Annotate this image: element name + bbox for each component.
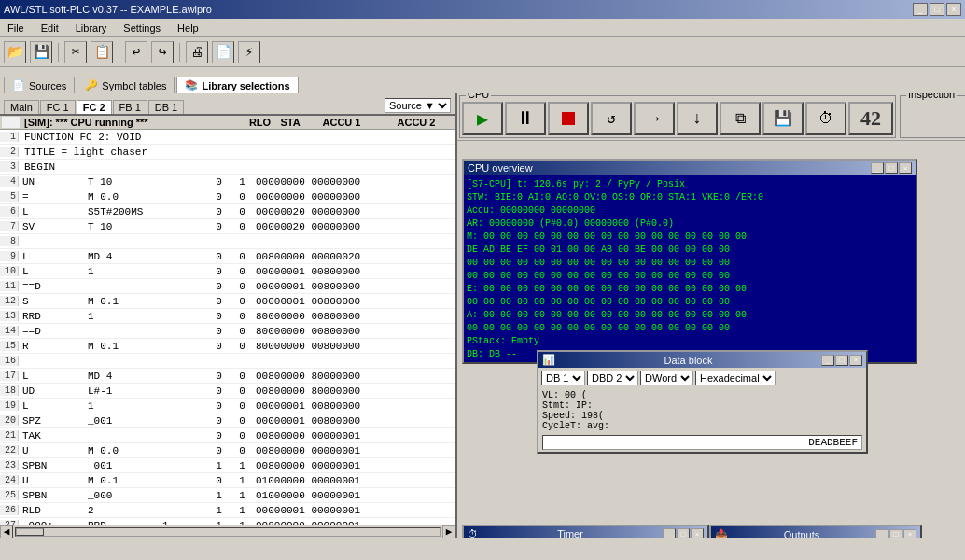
code-body: 1FUNCTION FC 2: VOID2TITLE = light chase… (0, 130, 455, 525)
cpu-win-close[interactable]: × (899, 162, 912, 174)
code-line-content: LS5T#200MS0000000020 00000000 (19, 206, 455, 217)
source-tab-db1[interactable]: DB 1 (148, 100, 184, 114)
cpu-inspection-area: CPU ▶ ⏸ ↺ → ↓ ⧉ 💾 ⏱ 42 Insp (457, 93, 965, 141)
toolbar-new[interactable]: 📄 (212, 41, 234, 63)
table-row[interactable]: 20 SPZ_0010000000001 00800000 (0, 413, 455, 428)
cpu-copy-btn[interactable]: ⧉ (720, 102, 761, 135)
table-row[interactable]: 4 UNT 100100000000 00000000 (0, 175, 455, 189)
code-line-content: UM 0.00000800000 00000001 (19, 445, 455, 456)
line-number: 4 (0, 176, 19, 187)
table-row[interactable]: 17 LMD 40000800000 80000000 (0, 369, 455, 384)
cpu-save-btn[interactable]: 💾 (762, 102, 804, 135)
outputs-win-close[interactable]: × (903, 529, 916, 539)
db-win-maximize[interactable]: □ (835, 355, 848, 366)
table-row[interactable]: 24 UM 0.10101000000 00000001 (0, 473, 455, 488)
db-format-select[interactable]: Hexadecimal (695, 371, 776, 385)
tab-library-selections[interactable]: 📚 Library selections (176, 77, 298, 93)
table-row[interactable]: 22 UM 0.00000800000 00000001 (0, 443, 455, 458)
table-row[interactable]: 16 (0, 354, 455, 369)
table-row[interactable]: 19 L10000000001 00800000 (0, 399, 455, 413)
table-row[interactable]: 18 UDL#-10000800000 80000000 (0, 384, 455, 399)
table-row[interactable]: 13 RRD10080000000 00800000 (0, 309, 455, 324)
table-row[interactable]: 10 L10000000001 00800000 (0, 264, 455, 279)
tab-symbol-tables[interactable]: 🔑 Symbol tables (77, 77, 175, 93)
table-row[interactable]: 8 (0, 234, 455, 249)
cpu-step-in-btn[interactable]: ↓ (677, 102, 718, 135)
cpu-run-btn[interactable]: ▶ (462, 102, 503, 135)
line-number: 11 (0, 281, 19, 291)
cpu-inspect-btn[interactable]: 42 (848, 102, 893, 135)
db-icon: 📊 (542, 354, 555, 366)
source-tab-fc1[interactable]: FC 1 (40, 100, 76, 114)
line-number: 25 (0, 490, 19, 500)
menu-settings[interactable]: Settings (119, 21, 164, 35)
minimize-button[interactable]: _ (913, 3, 928, 16)
timer-win-min[interactable]: _ (663, 528, 676, 538)
tab-sources[interactable]: 📄 Sources (4, 77, 75, 93)
menu-library[interactable]: Library (72, 21, 111, 35)
horizontal-scrollbar[interactable]: ◀ ▶ (0, 525, 455, 538)
db-win-minimize[interactable]: _ (821, 355, 834, 366)
table-row[interactable]: 23 SPBN_0011100800000 00000001 (0, 458, 455, 473)
cpu-pause-btn[interactable]: ⏸ (505, 102, 546, 135)
cpu-reset-btn[interactable]: ↺ (591, 102, 632, 135)
menu-file[interactable]: File (4, 21, 28, 35)
db-win-close[interactable]: × (849, 355, 862, 366)
toolbar-cut[interactable]: ✂ (64, 41, 87, 63)
close-button[interactable]: × (946, 3, 961, 16)
table-row[interactable]: 7 SVT 100000000020 00000000 (0, 219, 455, 234)
cpu-timer-btn[interactable]: ⏱ (805, 102, 846, 135)
cpu-group: CPU ▶ ⏸ ↺ → ↓ ⧉ 💾 ⏱ 42 (459, 95, 896, 138)
inspection-group: Inspection (900, 95, 965, 138)
db-select[interactable]: DB 1 (541, 371, 585, 385)
outputs-win-max[interactable]: □ (889, 529, 902, 539)
source-tab-main[interactable]: Main (4, 100, 39, 114)
table-row[interactable]: 5 =M 0.00000000000 00000000 (0, 189, 455, 204)
library-icon: 📚 (185, 79, 198, 91)
outputs-title: 📤 Outputs _ □ × (711, 526, 920, 538)
source-tab-fb1[interactable]: FB 1 (113, 100, 147, 114)
timer-win-close[interactable]: × (691, 528, 704, 538)
source-dropdown[interactable]: Source ▼ (385, 98, 451, 113)
cpu-win-minimize[interactable]: _ (871, 162, 884, 174)
table-row[interactable]: 12 SM 0.10000000001 00800000 (0, 294, 455, 309)
table-row[interactable]: 9 LMD 40000800000 00000020 (0, 249, 455, 264)
table-row[interactable]: 1FUNCTION FC 2: VOID (0, 130, 455, 145)
table-row[interactable]: 14 ==D0080000000 00800000 (0, 324, 455, 339)
line-number: 18 (0, 385, 19, 396)
toolbar-sep3 (179, 43, 180, 62)
toolbar-print[interactable]: 🖨 (186, 41, 208, 63)
timer-title: ⏱ Timer _ □ × (464, 526, 707, 538)
list-item: 00 00 00 00 00 00 00 00 00 00 00 00 00 0… (467, 270, 913, 283)
table-row[interactable]: 3BEGIN (0, 160, 455, 175)
db-value-input[interactable] (542, 435, 862, 450)
table-row[interactable]: 2TITLE = light chaser (0, 145, 455, 160)
outputs-win-min[interactable]: _ (875, 529, 888, 539)
table-row[interactable]: 21 TAK0000800000 00000001 (0, 428, 455, 443)
table-row[interactable]: 15 RM 0.10080000000 00800000 (0, 339, 455, 354)
db-type-select[interactable]: DWord (640, 371, 693, 385)
table-row[interactable]: 27_000:RRD11100800000 00000001 (0, 518, 455, 525)
menu-help[interactable]: Help (174, 21, 203, 35)
timer-win-max[interactable]: □ (677, 528, 690, 538)
toolbar-save[interactable]: 💾 (30, 41, 52, 63)
col-accu2: ACCU 2 (379, 117, 454, 128)
table-row[interactable]: 6 LS5T#200MS0000000020 00000000 (0, 204, 455, 219)
dbd-select[interactable]: DBD 2 (587, 371, 638, 385)
toolbar-redo[interactable]: ↪ (151, 41, 174, 63)
source-tab-fc2[interactable]: FC 2 (77, 100, 112, 114)
maximize-button[interactable]: □ (930, 3, 944, 16)
toolbar-open[interactable]: 📂 (4, 41, 26, 63)
cpu-stop-btn[interactable] (548, 102, 589, 135)
toolbar-copy[interactable]: 📋 (91, 41, 113, 63)
list-item: A: 00 00 00 00 00 00 00 00 00 00 00 00 0… (467, 309, 913, 322)
menu-edit[interactable]: Edit (37, 21, 63, 35)
table-row[interactable]: 25 SPBN_0001101000000 00000001 (0, 488, 455, 503)
cpu-win-maximize[interactable]: □ (885, 162, 898, 174)
toolbar: 📂 💾 ✂ 📋 ↩ ↪ 🖨 📄 ⚡ (0, 37, 965, 67)
table-row[interactable]: 26 RLD21100000001 00000001 (0, 503, 455, 518)
toolbar-run[interactable]: ⚡ (238, 41, 260, 63)
cpu-step-btn[interactable]: → (634, 102, 675, 135)
toolbar-undo[interactable]: ↩ (125, 41, 147, 63)
table-row[interactable]: 11 ==D0000000001 00800000 (0, 279, 455, 294)
